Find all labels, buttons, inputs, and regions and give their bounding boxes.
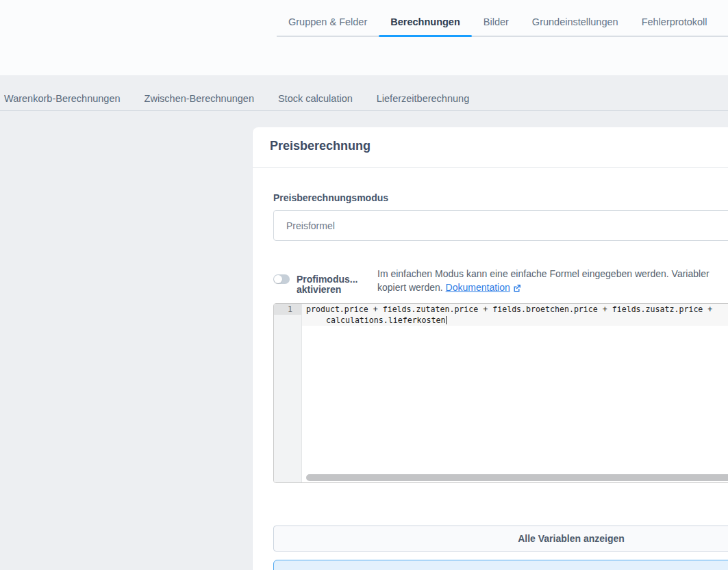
variables-button-label: Alle Variablen anzeigen (518, 533, 625, 544)
profimodus-toggle[interactable] (273, 274, 290, 284)
subtab-zwischen-berechnungen[interactable]: Zwischen-Berechnungen (145, 93, 254, 104)
code-input-area[interactable]: product.price + fields.zutaten.price + f… (302, 304, 728, 482)
description-line2-text: kopiert werden. (377, 282, 446, 293)
line-number: 1 (274, 304, 301, 315)
subtab-warenkorb-berechnungen[interactable]: Warenkorb-Berechnungen (4, 93, 121, 104)
tab-fehlerprotokoll[interactable]: Fehlerprotokoll (630, 11, 719, 36)
scrollbar-thumb[interactable] (306, 474, 728, 481)
subtab-lieferzeitberechnung[interactable]: Lieferzeitberechnung (377, 93, 469, 104)
preisberechnungsmodus-select[interactable]: Preisformel (273, 210, 728, 241)
code-line-1: product.price + fields.zutaten.price + f… (302, 304, 728, 315)
main-tab-bar: Gruppen & Felder Berechnungen Bilder Gru… (277, 11, 728, 37)
info-panel (273, 560, 728, 570)
toggle-label-line2: aktivieren (297, 285, 357, 295)
sub-tab-bar: Warenkorb-Berechnungen Zwischen-Berechnu… (0, 75, 728, 111)
tab-grundeinstellungen[interactable]: Grundeinstellungen (520, 11, 630, 36)
description-line2: kopiert werden. Dokumentation (377, 281, 710, 296)
page-title: Preisberechnung (270, 139, 371, 153)
formula-code-editor: 1 product.price + fields.zutaten.price +… (273, 303, 728, 483)
top-header: Gruppen & Felder Berechnungen Bilder Gru… (0, 0, 728, 75)
preisberechnungsmodus-label: Preisberechnungsmodus (273, 192, 728, 203)
profimodus-description: Im einfachen Modus kann eine einfache Fo… (377, 267, 710, 296)
tab-gruppen-felder[interactable]: Gruppen & Felder (277, 11, 379, 36)
toggle-knob-icon (274, 275, 282, 283)
editor-horizontal-scrollbar (303, 473, 728, 482)
editor-line-gutter: 1 (274, 304, 302, 482)
description-line1: Im einfachen Modus kann eine einfache Fo… (377, 267, 710, 281)
card-body: Preisberechnungsmodus Preisformel Profim… (253, 168, 728, 570)
text-cursor (446, 316, 447, 324)
alle-variablen-anzeigen-button[interactable]: Alle Variablen anzeigen (273, 526, 728, 552)
selected-mode-value: Preisformel (286, 220, 335, 231)
tab-berechnungen[interactable]: Berechnungen (379, 11, 472, 36)
content-area: Preisberechnung Preisberechnungsmodus Pr… (0, 111, 728, 570)
code-line-2-text: calculations.lieferkosten (326, 315, 446, 325)
profimodus-toggle-label: Profimodus... aktivieren (297, 267, 357, 294)
active-code-line: product.price + fields.zutaten.price + f… (302, 304, 728, 326)
card-header: Preisberechnung (253, 127, 728, 168)
external-link-icon (513, 282, 521, 296)
code-line-1-wrapped: calculations.lieferkosten (302, 315, 728, 326)
dokumentation-link[interactable]: Dokumentation (446, 282, 510, 293)
preisberechnung-card: Preisberechnung Preisberechnungsmodus Pr… (253, 127, 728, 570)
tab-bilder[interactable]: Bilder (472, 11, 520, 36)
toggle-label-line1: Profimodus... (297, 274, 357, 285)
profimodus-row: Profimodus... aktivieren Im einfachen Mo… (273, 267, 728, 296)
subtab-stock-calculation[interactable]: Stock calculation (278, 93, 353, 104)
